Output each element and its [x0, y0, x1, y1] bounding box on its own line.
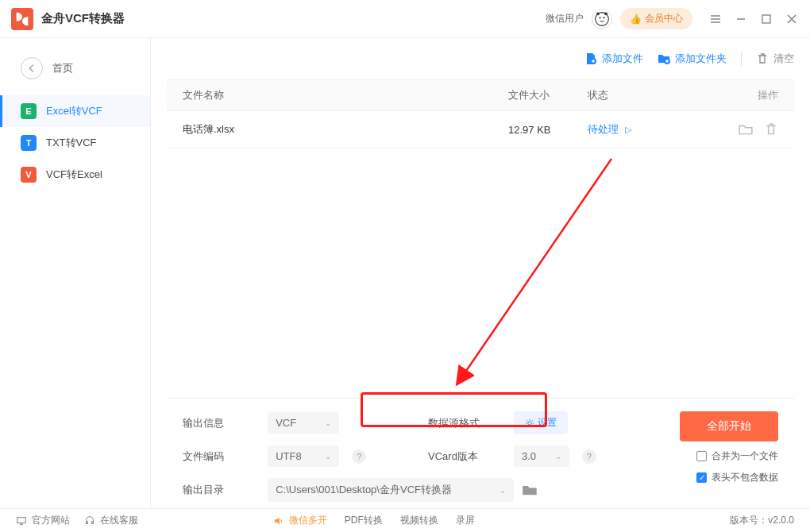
badge-v: V: [21, 167, 37, 183]
vcard-select[interactable]: 3.0⌄: [514, 445, 569, 467]
badge-e: E: [21, 103, 37, 119]
output-info-label: 输出信息: [183, 416, 238, 430]
chevron-down-icon: ⌄: [325, 452, 331, 461]
cell-name: 电话簿.xlsx: [183, 122, 508, 137]
help-icon[interactable]: ?: [582, 449, 596, 464]
output-dir-label: 输出目录: [183, 483, 238, 497]
col-action: 操作: [715, 88, 778, 102]
help-icon[interactable]: ?: [352, 449, 366, 464]
col-status: 状态: [588, 88, 715, 102]
folder-pick-icon[interactable]: [522, 482, 538, 498]
member-button[interactable]: 👍 会员中心: [620, 8, 692, 29]
sidebar-item-vcf-to-excel[interactable]: V VCF转Excel: [0, 159, 150, 191]
cell-size: 12.97 KB: [508, 124, 588, 136]
svg-rect-9: [17, 517, 26, 522]
sidebar-item-excel-to-vcf[interactable]: E Excel转VCF: [0, 95, 150, 127]
play-icon[interactable]: ▷: [625, 125, 631, 135]
col-name: 文件名称: [183, 88, 508, 102]
menu-icon[interactable]: [708, 12, 723, 26]
gear-icon: [525, 418, 534, 428]
svg-rect-5: [762, 15, 770, 23]
clear-button[interactable]: 清空: [741, 52, 794, 66]
start-all-button[interactable]: 全部开始: [680, 411, 778, 441]
content: 添加文件 添加文件夹 清空 文件名称 文件大小 状态 操作 电话簿.xlsx 1…: [151, 38, 810, 508]
checkbox-checked-icon: ✓: [696, 472, 707, 483]
avatar[interactable]: [592, 9, 612, 29]
add-file-button[interactable]: 添加文件: [584, 52, 643, 66]
titlebar: 金舟VCF转换器 微信用户 👍 会员中心: [0, 0, 810, 38]
svg-point-4: [604, 12, 608, 15]
footer: 官方网站 在线客服 微信多开 PDF转换 视频转换 录屏 版本号：v2.0.0: [0, 508, 810, 532]
record-link[interactable]: 录屏: [456, 514, 475, 527]
close-icon[interactable]: [785, 12, 799, 26]
thumb-icon: 👍: [630, 13, 642, 25]
badge-t: T: [21, 135, 37, 151]
maximize-icon[interactable]: [759, 12, 773, 26]
encoding-label: 文件编码: [183, 449, 238, 464]
data-source-label: 数据源格式: [428, 416, 484, 430]
add-folder-button[interactable]: 添加文件夹: [658, 52, 727, 66]
sidebar: 首页 E Excel转VCF T TXT转VCF V VCF转Excel: [0, 38, 151, 508]
cell-status[interactable]: 待处理: [588, 122, 619, 137]
user-label: 微信用户: [546, 12, 584, 25]
back-icon: [21, 57, 43, 79]
sidebar-item-label: Excel转VCF: [46, 104, 102, 118]
table-header: 文件名称 文件大小 状态 操作: [167, 79, 794, 111]
open-folder-icon[interactable]: [739, 122, 753, 137]
file-add-icon: [584, 52, 597, 65]
delete-icon[interactable]: [764, 122, 778, 137]
checkbox-icon: [696, 451, 707, 461]
output-dir-field[interactable]: C:\Users\001\Desktop\金舟VCF转换器 ⌄: [268, 478, 514, 502]
chevron-down-icon: ⌄: [499, 486, 506, 495]
speaker-icon: [273, 515, 284, 526]
video-link[interactable]: 视频转换: [400, 514, 438, 527]
version-label: 版本号：v2.0.0: [730, 514, 794, 527]
home-link[interactable]: 首页: [0, 49, 150, 95]
col-size: 文件大小: [508, 88, 588, 102]
vcard-label: VCard版本: [428, 449, 484, 464]
settings-panel: 输出信息 VCF⌄ 数据源格式 设置 全部开始: [167, 398, 794, 508]
app-title: 金舟VCF转换器: [41, 11, 546, 26]
pdf-link[interactable]: PDF转换: [345, 514, 383, 527]
output-format-select[interactable]: VCF⌄: [268, 412, 339, 434]
official-site-link[interactable]: 官方网站: [16, 514, 70, 527]
headset-icon: [84, 515, 95, 526]
folder-add-icon: [658, 52, 670, 65]
header-skip-checkbox-row[interactable]: ✓ 表头不包含数据: [696, 471, 778, 484]
chevron-down-icon: ⌄: [325, 418, 331, 427]
svg-point-3: [596, 12, 600, 15]
toolbar: 添加文件 添加文件夹 清空: [151, 38, 810, 79]
app-logo: [11, 8, 33, 30]
encoding-select[interactable]: UTF8⌄: [268, 445, 339, 467]
merge-checkbox-row[interactable]: 合并为一个文件: [696, 449, 778, 463]
data-source-settings-button[interactable]: 设置: [514, 411, 568, 434]
svg-point-8: [528, 421, 532, 425]
svg-point-2: [603, 17, 604, 18]
sidebar-item-txt-to-vcf[interactable]: T TXT转VCF: [0, 127, 150, 159]
monitor-icon: [16, 515, 27, 526]
table-row: 电话簿.xlsx 12.97 KB 待处理 ▷: [167, 111, 794, 148]
minimize-icon[interactable]: [734, 12, 748, 26]
trash-icon: [756, 52, 769, 65]
online-service-link[interactable]: 在线客服: [84, 514, 138, 527]
sidebar-item-label: VCF转Excel: [46, 168, 102, 182]
chevron-down-icon: ⌄: [555, 452, 561, 461]
svg-point-1: [599, 17, 600, 18]
sidebar-item-label: TXT转VCF: [46, 136, 97, 150]
wechat-link[interactable]: 微信多开: [273, 514, 327, 527]
